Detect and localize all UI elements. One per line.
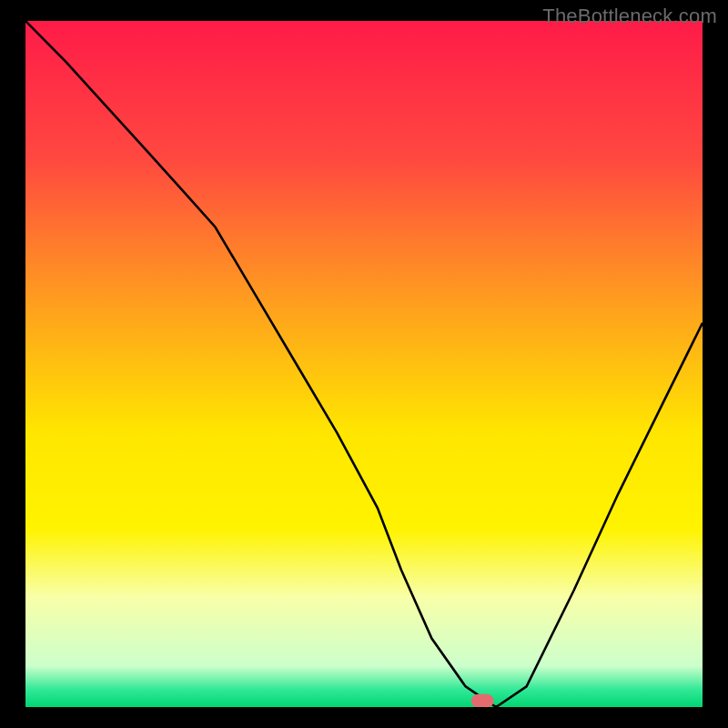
chart-frame: TheBottleneck.com (0, 0, 728, 728)
chart-svg (25, 21, 703, 707)
attribution-watermark: TheBottleneck.com (542, 5, 717, 28)
plot-area (25, 21, 703, 707)
optimum-marker (471, 694, 494, 707)
gradient-background (25, 21, 703, 707)
